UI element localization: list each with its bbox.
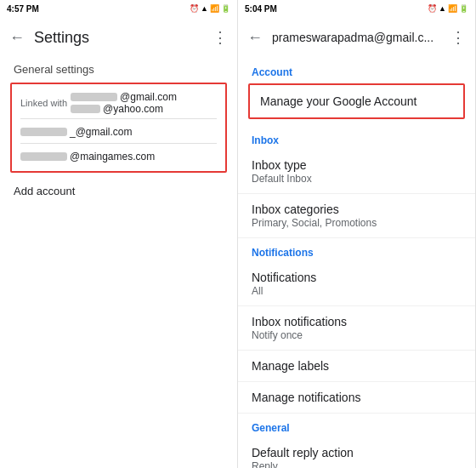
manage-account-text: Manage your Google Account xyxy=(260,94,416,108)
battery-icon: 🔋 xyxy=(221,4,230,13)
divider-2 xyxy=(20,143,217,144)
inbox-type-sub: Default Inbox xyxy=(252,173,462,185)
account-suffix-1: _@gmail.com xyxy=(70,126,133,138)
inbox-notifications-sub: Notify once xyxy=(252,329,462,341)
section-inbox: Inbox xyxy=(238,126,475,150)
linked-email-yahoo: @yahoo.com xyxy=(71,103,177,115)
manage-account-box[interactable]: Manage your Google Account xyxy=(248,83,465,119)
time-right: 5:04 PM xyxy=(245,4,277,14)
status-icons-right: ⏰ ▲ 📶 🔋 xyxy=(428,4,468,13)
back-button-right[interactable]: ← xyxy=(245,27,265,48)
account-standalone-1[interactable]: _@gmail.com xyxy=(20,123,217,140)
left-scroll-area: General settings Linked with @gmail.com … xyxy=(0,58,237,468)
page-title-left: Settings xyxy=(34,29,203,47)
inbox-type-item[interactable]: Inbox type Default Inbox xyxy=(238,150,475,194)
right-panel: 5:04 PM ⏰ ▲ 📶 🔋 ← prameswarapadma@gmail.… xyxy=(238,0,476,468)
default-reply-item[interactable]: Default reply action Reply xyxy=(238,437,475,468)
signal-icon: 📶 xyxy=(210,4,219,13)
inbox-categories-title: Inbox categories xyxy=(252,203,462,216)
status-icons-left: ⏰ ▲ 📶 🔋 xyxy=(190,4,230,13)
linked-account-row[interactable]: Linked with @gmail.com @yahoo.com xyxy=(20,91,217,115)
notifications-item[interactable]: Notifications All xyxy=(238,262,475,306)
manage-labels-title: Manage labels xyxy=(252,359,462,373)
blurred-2 xyxy=(20,128,67,136)
inbox-notifications-item[interactable]: Inbox notifications Notify once xyxy=(238,306,475,351)
manage-notifications-title: Manage notifications xyxy=(252,391,462,404)
more-options-right[interactable]: ⋮ xyxy=(448,27,468,48)
section-general: General xyxy=(238,414,475,437)
battery-icon-r: 🔋 xyxy=(459,4,468,13)
right-scroll-area: Account Manage your Google Account Inbox… xyxy=(238,58,475,468)
section-account: Account xyxy=(238,58,475,82)
general-settings-label: General settings xyxy=(0,58,237,79)
account-email-header: prameswarapadma@gmail.c... xyxy=(272,31,441,44)
inbox-notifications-title: Inbox notifications xyxy=(252,315,462,328)
left-panel: 4:57 PM ⏰ ▲ 📶 🔋 ← Settings ⋮ General set… xyxy=(0,0,238,468)
blurred-gmail xyxy=(71,93,117,101)
yahoo-suffix: @yahoo.com xyxy=(103,103,163,115)
accounts-box: Linked with @gmail.com @yahoo.com _@gmai… xyxy=(10,83,227,173)
gmail-suffix: @gmail.com xyxy=(120,91,177,103)
top-bar-right: ← prameswarapadma@gmail.c... ⋮ xyxy=(238,17,475,58)
status-bar-right: 5:04 PM ⏰ ▲ 📶 🔋 xyxy=(238,0,475,17)
inbox-categories-sub: Primary, Social, Promotions xyxy=(252,217,462,229)
more-options-left[interactable]: ⋮ xyxy=(210,27,230,48)
blurred-yahoo xyxy=(71,105,100,113)
account-suffix-2: @maingames.com xyxy=(70,151,155,163)
notifications-sub: All xyxy=(252,285,462,297)
blurred-3 xyxy=(20,152,67,161)
section-notifications: Notifications xyxy=(238,238,475,262)
manage-labels-item[interactable]: Manage labels xyxy=(238,351,475,382)
alarm-icon-r: ⏰ xyxy=(428,4,437,13)
alarm-icon: ⏰ xyxy=(190,4,199,13)
wifi-icon-r: ▲ xyxy=(439,4,446,13)
inbox-categories-item[interactable]: Inbox categories Primary, Social, Promot… xyxy=(238,194,475,238)
signal-icon-r: 📶 xyxy=(448,4,457,13)
linked-email-gmail: @gmail.com xyxy=(71,91,177,103)
manage-notifications-item[interactable]: Manage notifications xyxy=(238,382,475,414)
back-button-left[interactable]: ← xyxy=(7,27,27,48)
default-reply-sub: Reply xyxy=(252,460,462,468)
status-bar-left: 4:57 PM ⏰ ▲ 📶 🔋 xyxy=(0,0,237,17)
add-account-button[interactable]: Add account xyxy=(0,176,237,206)
inbox-type-title: Inbox type xyxy=(252,158,462,172)
account-standalone-2[interactable]: @maingames.com xyxy=(20,147,217,164)
divider-1 xyxy=(20,118,217,119)
linked-with-label: Linked with xyxy=(20,98,67,108)
time-left: 4:57 PM xyxy=(7,4,39,14)
linked-emails: @gmail.com @yahoo.com xyxy=(71,91,177,115)
wifi-icon: ▲ xyxy=(201,4,208,13)
default-reply-title: Default reply action xyxy=(252,446,462,459)
notifications-title: Notifications xyxy=(252,271,462,284)
top-bar-left: ← Settings ⋮ xyxy=(0,17,237,58)
